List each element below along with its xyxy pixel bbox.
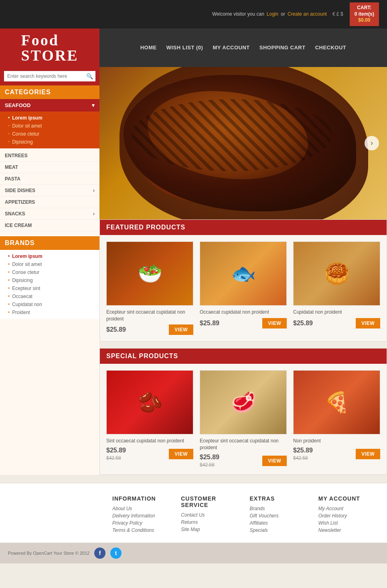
product-old-price: $42.58 bbox=[200, 462, 215, 468]
product-name: Cupidatat non proident bbox=[293, 309, 380, 316]
footer-link[interactable]: Newsletter bbox=[318, 527, 379, 533]
category-snacks[interactable]: SNACKS› bbox=[0, 208, 99, 220]
list-item[interactable]: Conse ctetur bbox=[8, 130, 99, 138]
category-seafood[interactable]: SEAFOOD ▾ bbox=[0, 99, 99, 112]
product-image: 🫘 bbox=[106, 370, 193, 434]
list-item[interactable]: Cupidatat non bbox=[8, 300, 99, 308]
login-link[interactable]: Login bbox=[267, 11, 278, 17]
nav-checkout[interactable]: CHECKOUT bbox=[315, 45, 346, 51]
view-button[interactable]: VIEW bbox=[356, 449, 380, 459]
view-button[interactable]: VIEW bbox=[169, 449, 193, 459]
footer-information: INFORMATION About Us Delivery Informatio… bbox=[112, 495, 173, 535]
product-image: 🐟 bbox=[200, 241, 287, 306]
product-image: 🍕 bbox=[293, 370, 380, 434]
product-image: 🥮 bbox=[293, 241, 380, 306]
dropdown-arrow-icon: ▾ bbox=[92, 102, 95, 108]
product-price: $25.89 bbox=[106, 447, 126, 454]
category-ice-cream[interactable]: ICE CREAM bbox=[0, 220, 99, 231]
list-item[interactable]: Dipisicing bbox=[8, 276, 99, 284]
search-icon[interactable]: 🔍 bbox=[86, 73, 93, 79]
list-item[interactable]: Dolor sit amet bbox=[8, 260, 99, 268]
cart-price: $0.00 bbox=[355, 17, 374, 24]
featured-products-grid: 🥗 Ecepteur sint occaecat cupidatat non p… bbox=[100, 235, 387, 342]
list-item[interactable]: Proident bbox=[8, 308, 99, 316]
product-price-row: $25.89 $42.58 VIEW bbox=[106, 447, 193, 461]
list-item[interactable]: Dipisicing bbox=[8, 138, 99, 146]
cart-label: CART: bbox=[355, 5, 374, 11]
price-block: $25.89 $42.58 bbox=[293, 447, 313, 461]
product-price: $25.89 bbox=[200, 454, 219, 461]
twitter-icon[interactable]: t bbox=[110, 547, 122, 559]
main-content: › FEATURED PRODUCTS 🥗 Ecepteur sint occa… bbox=[99, 67, 387, 475]
view-button[interactable]: VIEW bbox=[356, 318, 380, 328]
category-entrees[interactable]: ENTREES bbox=[0, 150, 99, 162]
footer-link[interactable]: Order History bbox=[318, 513, 379, 519]
footer-link[interactable]: Contact Us bbox=[181, 512, 241, 518]
footer-link[interactable]: Gift Vouchers bbox=[250, 513, 310, 519]
category-pasta[interactable]: PASTA bbox=[0, 173, 99, 185]
product-price: $25.89 bbox=[200, 320, 219, 327]
product-price-row: $25.89 $42.58 VIEW bbox=[293, 447, 380, 461]
cart-button[interactable]: CART: 0 item(s) $0.00 bbox=[350, 2, 379, 26]
footer-link[interactable]: My Account bbox=[318, 506, 379, 511]
main-layout: 🔍 CATEGORIES SEAFOOD ▾ Lorem ipsum Dolor… bbox=[0, 67, 387, 475]
hero-next-arrow[interactable]: › bbox=[365, 136, 379, 150]
search-input[interactable] bbox=[4, 71, 95, 81]
footer-customer-service-title: CUSTOMER SERVICE bbox=[181, 495, 241, 508]
product-old-price: $42.58 bbox=[106, 455, 121, 461]
category-meat[interactable]: MEAT bbox=[0, 162, 99, 173]
footer-my-account-title: MY ACCOUNT bbox=[318, 495, 379, 502]
product-price: $25.89 bbox=[293, 320, 313, 327]
nav-wishlist[interactable]: WISH LIST (0) bbox=[166, 45, 203, 51]
footer-link[interactable]: Privacy Policy bbox=[112, 520, 173, 526]
facebook-icon[interactable]: f bbox=[94, 547, 105, 559]
currencies: € £ $ bbox=[332, 11, 343, 17]
nav-myaccount[interactable]: MY ACCOUNT bbox=[213, 45, 249, 51]
product-card: 🫘 Sint occaecat cupidatat non proident $… bbox=[106, 370, 193, 468]
category-side-dishes[interactable]: SIDE DISHES› bbox=[0, 185, 99, 197]
hero-slider: › bbox=[99, 67, 387, 219]
footer-link[interactable]: Specials bbox=[250, 527, 310, 533]
top-bar: Welcome visitor you can Login or Create … bbox=[0, 0, 387, 28]
search-bar-container: 🔍 bbox=[0, 67, 99, 85]
footer-extras: EXTRAS Brands Gift Vouchers Affiliates S… bbox=[250, 495, 310, 535]
product-card: 🥮 Cupidatat non proident $25.89 VIEW bbox=[293, 241, 380, 335]
view-button[interactable]: VIEW bbox=[169, 324, 193, 335]
footer-bottom: Powered By OpenCart Your Store © 2012 f … bbox=[0, 543, 387, 564]
product-price-row: $25.89 VIEW bbox=[293, 318, 380, 328]
view-button[interactable]: VIEW bbox=[262, 318, 287, 328]
nav-cart[interactable]: SHOPPING CART bbox=[259, 45, 306, 51]
list-item[interactable]: Occaecat bbox=[8, 292, 99, 300]
or-text: or bbox=[281, 11, 285, 17]
footer-link[interactable]: Brands bbox=[250, 506, 310, 511]
create-account-link[interactable]: Create an account bbox=[288, 11, 327, 17]
footer: INFORMATION About Us Delivery Informatio… bbox=[0, 483, 387, 543]
view-button[interactable]: VIEW bbox=[262, 456, 287, 466]
product-name: Occaecat cupidatat non proident bbox=[200, 309, 287, 316]
list-item[interactable]: Conse ctetur bbox=[8, 268, 99, 276]
footer-link[interactable]: Delivery Information bbox=[112, 513, 173, 519]
footer-link[interactable]: Terms & Conditions bbox=[112, 527, 173, 533]
product-image: 🥩 bbox=[200, 370, 287, 434]
list-item[interactable]: Dolor sit amet bbox=[8, 122, 99, 130]
footer-link[interactable]: Affiliates bbox=[250, 520, 310, 526]
logo[interactable]: Food STORE bbox=[0, 28, 99, 67]
seafood-subcategories: Lorem ipsum Dolor sit amet Conse ctetur … bbox=[0, 112, 99, 148]
list-item[interactable]: Ecepteur sint bbox=[8, 284, 99, 292]
category-appetizers[interactable]: APPETIZERS bbox=[0, 197, 99, 208]
footer-link[interactable]: Returns bbox=[181, 519, 241, 525]
brands-title: BRANDS bbox=[0, 236, 99, 250]
list-item[interactable]: Lorem ipsum bbox=[8, 114, 99, 122]
category-list: ENTREES MEAT PASTA SIDE DISHES› APPETIZE… bbox=[0, 148, 99, 233]
footer-information-title: INFORMATION bbox=[112, 495, 173, 502]
header: Food STORE HOME WISH LIST (0) MY ACCOUNT… bbox=[0, 28, 387, 67]
footer-link[interactable]: About Us bbox=[112, 506, 173, 511]
featured-products-section: FEATURED PRODUCTS 🥗 Ecepteur sint occaec… bbox=[99, 219, 387, 342]
product-card: 🥗 Ecepteur sint occaecat cupidatat non p… bbox=[106, 241, 193, 335]
footer-link[interactable]: Wish List bbox=[318, 520, 379, 526]
footer-link[interactable]: Site Map bbox=[181, 527, 241, 532]
product-price-row: $25.89 $42.58 VIEW bbox=[200, 454, 287, 468]
product-name: Ecepteur sint occaecat cupidatat non pro… bbox=[106, 309, 193, 322]
list-item[interactable]: Lorem ipsum bbox=[8, 252, 99, 260]
nav-home[interactable]: HOME bbox=[140, 45, 157, 51]
